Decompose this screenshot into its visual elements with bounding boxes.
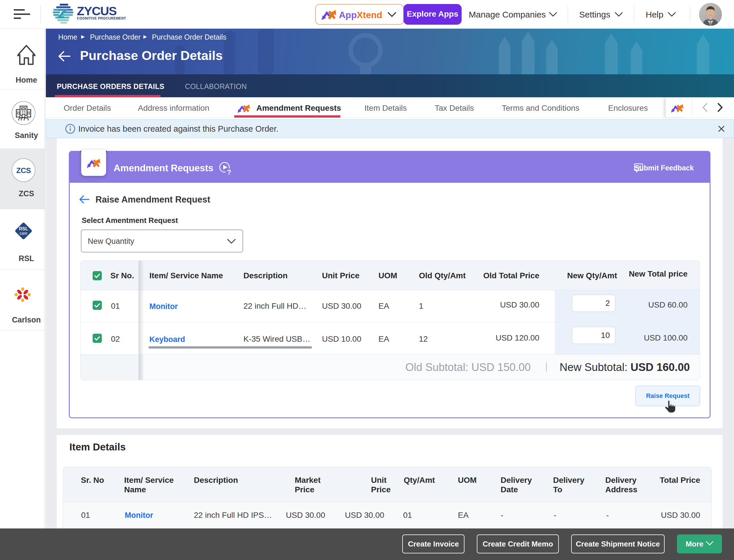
svg-text:?: ? xyxy=(227,169,231,176)
svg-text:RSL: RSL xyxy=(19,226,28,231)
svg-text:ZCS: ZCS xyxy=(16,166,31,175)
svg-text:care: care xyxy=(20,231,27,236)
